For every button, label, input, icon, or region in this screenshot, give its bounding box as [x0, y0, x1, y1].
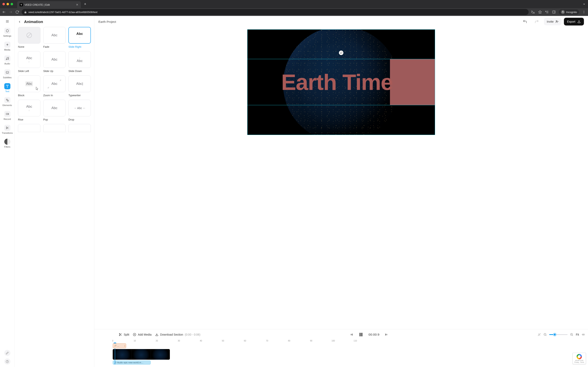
- url-text: veed.io/edit/abcb1297-5a01-4d77-b2aa-a83…: [28, 11, 97, 14]
- fit-button[interactable]: Fit: [576, 333, 579, 336]
- video-clip[interactable]: [113, 349, 170, 360]
- eye-off-icon[interactable]: [531, 10, 535, 14]
- panel-back-button[interactable]: [18, 20, 21, 24]
- animation-option-zoom-in[interactable]: ↗Abc↗: [43, 75, 66, 92]
- svg-marker-16: [6, 29, 8, 32]
- browser-tab[interactable]: V VEED CREATE | Edit ✕: [17, 1, 81, 8]
- timeline-ruler[interactable]: 0102030405060708090100110: [113, 340, 584, 343]
- skip-back-button[interactable]: [350, 333, 354, 336]
- audio-clip[interactable]: Audio epic-new-world.m…: [113, 360, 151, 365]
- zoom-out-button[interactable]: [544, 333, 547, 336]
- svg-point-26: [6, 99, 7, 100]
- skip-forward-button[interactable]: [384, 333, 388, 336]
- animation-option-slide-down[interactable]: ↓Abc: [68, 51, 91, 68]
- rail-item-settings[interactable]: Settings: [0, 26, 15, 39]
- animation-label: Zoom In: [43, 94, 66, 97]
- animation-option-fade[interactable]: Abc: [43, 27, 66, 44]
- animation-option-slide-left[interactable]: Abc←: [18, 51, 40, 68]
- rail-collapse-icon[interactable]: [4, 18, 11, 25]
- pause-button[interactable]: [358, 332, 364, 337]
- waveform-icon[interactable]: [581, 333, 585, 336]
- animation-option-rise[interactable]: Abc↑: [18, 100, 40, 117]
- minimize-window-button[interactable]: [7, 3, 9, 5]
- download-range: (0:00 - 0:06): [185, 333, 200, 336]
- ruler-tick: 50: [222, 340, 224, 342]
- rail-label: Text: [5, 90, 9, 92]
- arrow-left-icon: ←: [28, 60, 30, 63]
- ruler-tick: 10: [134, 340, 136, 342]
- invite-label: Invite: [547, 20, 553, 23]
- download-section-button[interactable]: Download Section (0:00 - 0:06): [155, 333, 200, 336]
- rail-item-subtitles[interactable]: Subtitles: [0, 68, 15, 80]
- animation-option-slide-right[interactable]: Abc→: [68, 27, 91, 44]
- rail-item-filters[interactable]: Filters: [0, 137, 15, 150]
- animation-option-more[interactable]: [18, 124, 40, 132]
- rail-item-record[interactable]: Record: [0, 109, 15, 122]
- playlist-icon[interactable]: [545, 10, 549, 14]
- rail-item-audio[interactable]: Audio: [0, 54, 15, 67]
- svg-point-38: [119, 333, 120, 334]
- svg-marker-3: [539, 11, 542, 13]
- url-field[interactable]: veed.io/edit/abcb1297-5a01-4d77-b2aa-a83…: [22, 9, 528, 15]
- recaptcha-badge[interactable]: reCAPTCHA Privacy · Terms: [572, 353, 586, 364]
- panel-title: Animation: [24, 20, 43, 24]
- help-icon[interactable]: [4, 359, 10, 365]
- bookmark-star-icon[interactable]: [538, 10, 542, 14]
- zoom-slider[interactable]: [549, 334, 568, 335]
- tabs-dropdown-icon[interactable]: [583, 3, 586, 6]
- ruler-tick: 70: [266, 340, 268, 342]
- close-tab-icon[interactable]: ✕: [76, 3, 78, 6]
- clip-grip-left[interactable]: ||: [114, 345, 114, 347]
- rotate-handle[interactable]: [339, 50, 343, 55]
- zoom-controls: Fit: [537, 333, 585, 336]
- plus-circle-icon: [133, 333, 136, 336]
- rail-item-media[interactable]: Media: [0, 40, 15, 53]
- animation-option-more[interactable]: [68, 124, 91, 132]
- animation-option-block[interactable]: Abc: [18, 75, 40, 92]
- animation-option-more[interactable]: [43, 124, 66, 132]
- animation-option-slide-up[interactable]: Abc: [43, 51, 66, 68]
- snap-icon[interactable]: [537, 333, 541, 336]
- svg-line-59: [572, 335, 573, 336]
- arrow-up-icon: ↑: [29, 109, 30, 111]
- close-window-button[interactable]: [2, 3, 5, 5]
- hexagon-icon: [4, 28, 10, 34]
- video-canvas[interactable]: Earth Time: [247, 29, 435, 135]
- back-icon[interactable]: [2, 10, 6, 14]
- rail-item-transitions[interactable]: Transitions: [0, 123, 15, 136]
- new-tab-button[interactable]: +: [84, 2, 86, 6]
- animation-label: Pop: [43, 118, 66, 121]
- animation-label: Fade: [43, 45, 66, 48]
- animation-sample: Abc: [52, 58, 57, 62]
- undo-button[interactable]: [520, 18, 530, 25]
- animation-sample: Abc: [76, 32, 83, 36]
- animation-option-none[interactable]: [18, 27, 40, 44]
- animation-option-typewriter[interactable]: Abc|: [68, 75, 91, 92]
- svg-point-19: [6, 59, 7, 60]
- draw-icon[interactable]: [4, 350, 10, 356]
- svg-line-56: [546, 335, 546, 336]
- transport-controls: 00:00:9: [350, 332, 388, 337]
- svg-point-39: [119, 335, 120, 336]
- invite-button[interactable]: Invite: [544, 18, 561, 25]
- reload-icon[interactable]: [15, 10, 19, 14]
- shapes-icon: [4, 97, 10, 103]
- maximize-window-button[interactable]: [11, 3, 13, 5]
- ruler-tick: 90: [310, 340, 312, 342]
- redo-button[interactable]: [532, 18, 541, 25]
- clip-grip-right[interactable]: ||: [124, 345, 125, 347]
- export-button[interactable]: Export: [564, 18, 584, 25]
- add-media-button[interactable]: Add Media: [133, 333, 151, 336]
- sidepanel-icon[interactable]: [552, 10, 556, 14]
- zoom-in-button[interactable]: [570, 333, 573, 336]
- animation-option-drop[interactable]: → Abc ←: [68, 100, 91, 117]
- rail-item-elements[interactable]: Elements: [0, 95, 15, 108]
- kebab-menu-icon[interactable]: [582, 10, 586, 14]
- rail-item-text[interactable]: Text: [0, 82, 15, 94]
- forward-icon[interactable]: [9, 10, 13, 14]
- split-button[interactable]: Split: [119, 333, 129, 336]
- incognito-badge[interactable]: Incognito: [559, 9, 579, 15]
- project-name[interactable]: Earth Project: [98, 20, 518, 24]
- text-clip[interactable]: || T … ||: [113, 343, 126, 348]
- animation-option-pop[interactable]: Abc: [43, 100, 66, 117]
